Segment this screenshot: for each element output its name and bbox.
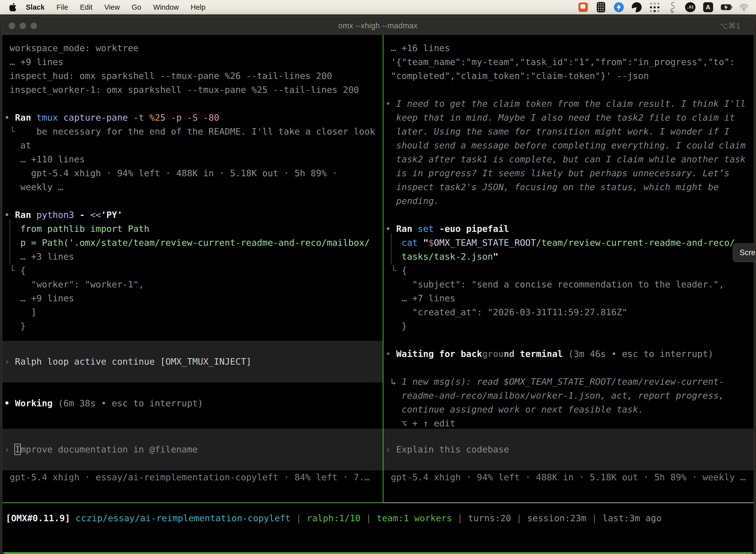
terminal-line: ] (4, 305, 383, 319)
terminal-line: • Ran tmux capture-pane -t %25 -p -S -80 (4, 111, 383, 125)
ralph-loop-banner: › Ralph loop active continue [OMX_TMUX_I… (2, 341, 383, 383)
badge-61-label: ..61 (685, 2, 695, 12)
left-transcript: workspace_mode: worktree … +9 lines insp… (4, 41, 383, 333)
terminal-line: ↳ 1 new msg(s): read $OMX_TEAM_STATE_ROO… (385, 375, 754, 389)
tool-call-connector (10, 219, 10, 265)
omx-hud-status-line: [OMX#0.11.9] cczip/essay/ai-reimplementa… (6, 511, 754, 525)
terminal-line: should send a message before completing … (385, 138, 754, 152)
terminal-line: … +7 lines (385, 291, 754, 305)
terminal-line (385, 333, 754, 347)
terminal-line (385, 83, 754, 97)
input-source-icon[interactable]: A (703, 2, 713, 12)
tmux-session-label: [omx-cczip0:bash* (6, 553, 97, 554)
menu-item-window[interactable]: Window (147, 3, 185, 11)
right-input-box[interactable]: › Explain this codebase (383, 429, 754, 470)
terminal-line: readme-and-reco/mailbox/worker-1.json, a… (385, 389, 754, 403)
terminal-line: … +16 lines (385, 41, 754, 55)
terminal-line: … +9 lines (4, 291, 383, 305)
terminal-line: weekly … (4, 180, 383, 194)
terminal-line: └ be necessary for the end of the README… (4, 125, 383, 138)
pane-border-bottom-right (383, 502, 754, 503)
menu-bar-status-icons: ..61 A (578, 2, 756, 12)
menu-item-file[interactable]: File (51, 3, 74, 11)
menu-item-edit[interactable]: Edit (74, 3, 99, 11)
screenshot-app-icon[interactable] (578, 2, 588, 12)
terminal-line: ⌥ + ↑ edit (385, 417, 754, 430)
terminal-line: '{"team_name":"my-team","task_id":"1","f… (385, 55, 754, 69)
terminal-line: keep that in mind. Maybe I also need the… (385, 111, 754, 125)
terminal-line: • I need to get the claim token from the… (385, 97, 754, 111)
terminal-line: inspect task2's JSON, focusing on the st… (385, 180, 754, 194)
tmux-status-bar: [omx-cczip0:bash* "MacBook-Pro-44.local"… (2, 552, 754, 554)
window-title-bar[interactable]: omx --xhigh --madmax ⌥⌘1 (2, 17, 754, 35)
tmux-host-clock-label: "MacBook-Pro-44.local" 05:03 31-Mar-26 (546, 553, 750, 554)
terminal-line: from pathlib import Path (4, 222, 383, 236)
terminal-line: at (4, 138, 383, 152)
right-input-text: › Explain this codebase (383, 443, 754, 456)
terminal-line: … +110 lines (4, 152, 383, 166)
window-shortcut-hint: ⌥⌘1 (719, 17, 740, 35)
terminal-content[interactable]: workspace_mode: worktree … +9 lines insp… (2, 35, 754, 554)
right-model-status-line: gpt-5.4 xhigh · 94% left · 488K in · 5.1… (385, 470, 754, 484)
terminal-line: • Ran set -euo pipefail (385, 222, 754, 236)
working-status-line: • Working (6m 38s • esc to interrupt) (4, 396, 383, 410)
terminal-line: └ { (385, 264, 754, 277)
window-title: omx --xhigh --madmax (2, 17, 754, 35)
left-model-status-line: gpt-5.4 xhigh · essay/ai-reimplementatio… (4, 470, 383, 484)
terminal-line: "created_at": "2026-03-31T11:59:27.816Z" (385, 305, 754, 319)
terminal-line: is in progress? It seems likely but perh… (385, 166, 754, 180)
terminal-line: continue assigned work or next feasible … (385, 403, 754, 417)
terminal-line: pending. (385, 194, 754, 208)
terminal-line: inspect_hud: omx sparkshell --tmux-pane … (4, 69, 383, 83)
menu-items: Slack File Edit View Go Window Help (16, 3, 211, 11)
tool-call-connector (391, 233, 391, 265)
terminal-line: • Ran python3 - <<'PY' (4, 208, 383, 222)
left-input-box[interactable]: › Improve documentation in @filename (2, 429, 383, 470)
terminal-line: • Waiting for background terminal (3m 46… (385, 347, 754, 361)
terminal-line: cat "$OMX_TEAM_STATE_ROOT/team/review-cu… (385, 236, 754, 250)
terminal-line: later. Using the same for transition mig… (385, 125, 754, 138)
terminal-line: } (385, 319, 754, 333)
terminal-window: omx --xhigh --madmax ⌥⌘1 workspace_mode:… (2, 16, 754, 554)
battery-icon[interactable] (721, 2, 731, 12)
terminal-line: task2 after task1 is complete, but can I… (385, 152, 754, 166)
right-transcript: … +16 lines '{"team_name":"my-team","tas… (385, 41, 754, 430)
terminal-line: } (4, 319, 383, 333)
terminal-line: … +3 lines (4, 250, 383, 264)
terminal-line: └ { (4, 264, 383, 277)
terminal-line: p = Path('.omx/state/team/review-current… (4, 236, 383, 250)
terminal-line: gpt-5.4 xhigh · 94% left · 488K in · 5.1… (4, 166, 383, 180)
terminal-line: "completed","claim_token":"claim-token"}… (385, 69, 754, 83)
squiggle-icon[interactable] (667, 2, 678, 12)
terminal-line (385, 208, 754, 222)
wifi-icon[interactable] (739, 2, 749, 12)
pane-border-bottom-left (2, 502, 383, 503)
badge-61-icon[interactable]: ..61 (685, 2, 695, 12)
terminal-line (4, 194, 383, 208)
terminal-line: … +9 lines (4, 55, 383, 69)
menu-item-slack[interactable]: Slack (20, 3, 51, 11)
disk-usage-icon[interactable] (631, 2, 642, 12)
terminal-line (4, 97, 383, 111)
tmux-pane-left[interactable]: workspace_mode: worktree … +9 lines insp… (2, 35, 383, 502)
terminal-line: inspect_worker-1: omx sparkshell --tmux-… (4, 83, 383, 97)
apple-menu-icon[interactable] (9, 3, 16, 11)
terminal-line (385, 361, 754, 375)
left-input-text: › Improve documentation in @filename (2, 443, 383, 456)
input-source-label: A (703, 2, 713, 12)
screenshot-overlay-label: Scre (740, 248, 756, 257)
screenshot-overlay-button[interactable]: Scre (733, 243, 756, 262)
tmux-pane-right[interactable]: … +16 lines '{"team_name":"my-team","tas… (383, 35, 754, 502)
dots-grid-icon[interactable] (649, 2, 660, 12)
terminal-line: tasks/task-2.json" (385, 250, 754, 264)
menu-item-go[interactable]: Go (126, 3, 147, 11)
blue-bolt-icon[interactable] (614, 2, 624, 12)
menu-item-help[interactable]: Help (185, 3, 211, 11)
macos-menu-bar: Slack File Edit View Go Window Help ..61… (0, 0, 756, 14)
terminal-line: "worker": "worker-1", (4, 277, 383, 291)
menu-item-view[interactable]: View (99, 3, 126, 11)
keyboard-app-icon[interactable] (596, 2, 606, 12)
terminal-line: workspace_mode: worktree (4, 41, 383, 55)
terminal-line: "subject": "send a concise recommendatio… (385, 277, 754, 291)
